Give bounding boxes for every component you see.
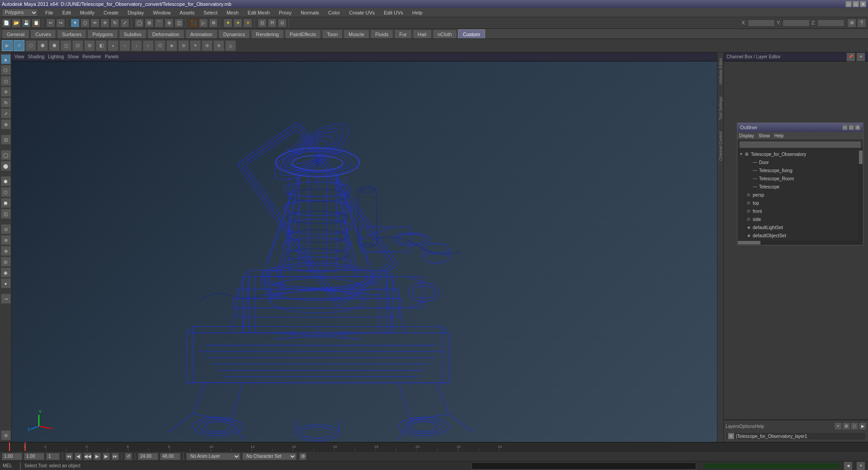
play-back-btn[interactable]: ◀◀: [84, 453, 92, 460]
step-back-btn[interactable]: ◀: [75, 453, 82, 460]
shelf-select2-btn[interactable]: ↺: [14, 40, 24, 51]
light3-btn[interactable]: ☀: [243, 19, 252, 28]
snap-grid-btn[interactable]: ⊞: [145, 19, 154, 28]
tree-item-side[interactable]: ⊙ side: [738, 215, 862, 223]
menu-help[interactable]: Help: [410, 9, 425, 16]
select-tool-left[interactable]: ▲: [1, 54, 11, 64]
universal-left[interactable]: ⊕: [1, 119, 11, 129]
menu-color[interactable]: Color: [326, 9, 342, 16]
light1-btn[interactable]: ☀: [223, 19, 232, 28]
layer-anim-btn[interactable]: ▶: [859, 423, 866, 430]
tree-item-telescope-observatory[interactable]: ▼ ⊞ Telescope_for_Observatory: [738, 150, 862, 158]
move-left[interactable]: ✛: [1, 87, 11, 97]
poly-mode-left[interactable]: ⬢: [1, 176, 11, 186]
select-tool-btn[interactable]: ▼: [71, 19, 80, 28]
outliner-hscrollbar-thumb[interactable]: [738, 241, 760, 244]
step-forward-btn[interactable]: ▶: [103, 453, 110, 460]
viewport-menu-lighting[interactable]: Lighting: [48, 54, 64, 59]
menu-file[interactable]: File: [43, 9, 55, 16]
render-btn[interactable]: ⬛: [189, 19, 198, 28]
tree-item-telescope[interactable]: — Telescope: [738, 183, 862, 191]
soft-left[interactable]: ◯: [1, 150, 11, 160]
paint-select-left[interactable]: ◻: [1, 76, 11, 86]
shelf-poly5-btn[interactable]: ⊡: [72, 40, 83, 51]
menu-create[interactable]: Create: [102, 9, 120, 16]
anim-layer-select[interactable]: No Anim Layer: [186, 453, 241, 460]
quick-sel-left[interactable]: ⊘: [1, 430, 11, 440]
show-manip-left[interactable]: ⊡: [1, 135, 11, 145]
tab-dynamics[interactable]: Dynamics: [218, 29, 250, 38]
layers-menu-layers[interactable]: Layers: [726, 424, 739, 429]
open-scene-btn[interactable]: 📂: [12, 19, 21, 28]
menu-window[interactable]: Window: [151, 9, 172, 16]
soft-select-btn[interactable]: ◯: [135, 19, 144, 28]
maximize-button[interactable]: □: [853, 1, 859, 7]
channel-box-pin-btn[interactable]: 📌: [846, 52, 855, 61]
poly-mode4-left[interactable]: ◫: [1, 209, 11, 219]
camera5-left[interactable]: ◉: [1, 268, 11, 277]
tab-muscle[interactable]: Muscle: [344, 29, 369, 38]
outliner-max-btn[interactable]: □: [849, 125, 854, 130]
shelf-poly9-btn[interactable]: ⬨: [119, 40, 130, 51]
z-input[interactable]: [817, 19, 844, 27]
redo-btn[interactable]: ↪: [56, 19, 65, 28]
shelf-poly3-btn[interactable]: ⬣: [49, 40, 60, 51]
playback-start-field[interactable]: [2, 453, 22, 460]
char-set-select[interactable]: No Character Set: [242, 453, 297, 460]
outliner-scrollbar[interactable]: [859, 150, 863, 245]
camera3-left[interactable]: ⊛: [1, 246, 11, 256]
channel-box-close-btn[interactable]: ✕: [856, 52, 865, 61]
shelf-poly18-btn[interactable]: ◬: [225, 40, 236, 51]
playback-keyframe-field[interactable]: [46, 453, 60, 460]
tree-item-front[interactable]: ⊙ front: [738, 207, 862, 215]
shelf-poly15-btn[interactable]: ✦: [190, 40, 201, 51]
snap-view-btn[interactable]: ◫: [175, 19, 184, 28]
play-forward-btn[interactable]: ▶: [94, 453, 101, 460]
new-scene-btn[interactable]: 📄: [2, 19, 11, 28]
status-close-btn[interactable]: ✕: [856, 461, 865, 470]
snap-point-btn[interactable]: ⊕: [165, 19, 174, 28]
layers-menu-options[interactable]: Options: [739, 424, 755, 429]
tab-deformation[interactable]: Deformation: [147, 29, 184, 38]
render-settings-btn[interactable]: ⚙: [209, 19, 218, 28]
y-input[interactable]: [783, 19, 810, 27]
options-btn[interactable]: ⚙: [847, 19, 856, 28]
playback-end-field2[interactable]: [160, 453, 180, 460]
undo-btn[interactable]: ↩: [46, 19, 55, 28]
save-scene-btn[interactable]: 💾: [22, 19, 31, 28]
tab-custom[interactable]: Custom: [458, 29, 485, 38]
scale-left[interactable]: ⤢: [1, 108, 11, 118]
shelf-poly12-btn[interactable]: ⌬: [155, 40, 165, 51]
scale-tool-btn[interactable]: ⤢: [120, 19, 129, 28]
tree-item-defaultobjectset[interactable]: ◈ defaultObjectSet: [738, 231, 862, 240]
timeline-ruler[interactable]: [5, 442, 520, 451]
shelf-select-btn[interactable]: ▶: [2, 40, 13, 51]
layers-menu-help[interactable]: Help: [755, 424, 764, 429]
menu-assets[interactable]: Assets: [178, 9, 196, 16]
menu-select[interactable]: Select: [202, 9, 219, 16]
menu-normals[interactable]: Normals: [299, 9, 321, 16]
layer-render-btn[interactable]: □: [851, 423, 858, 430]
shelf-poly10-btn[interactable]: ⬩: [131, 40, 142, 51]
loop-btn[interactable]: ↺: [125, 453, 132, 460]
poly-mode3-left[interactable]: ⬣: [1, 198, 11, 208]
camera6-left[interactable]: ●: [1, 278, 11, 288]
tab-fur[interactable]: Fur: [394, 29, 412, 38]
tab-subdivs[interactable]: Subdivs: [119, 29, 146, 38]
playhead[interactable]: [9, 442, 10, 451]
menu-edit[interactable]: Edit: [61, 9, 73, 16]
outliner-menu-show[interactable]: Show: [759, 133, 770, 138]
shelf-poly7-btn[interactable]: ◧: [96, 40, 107, 51]
layer-options-btn[interactable]: ⚙: [843, 423, 850, 430]
paint-tool-btn[interactable]: ✏: [90, 19, 99, 28]
skip-to-start-btn[interactable]: ⏮: [66, 453, 73, 460]
shelf-poly13-btn[interactable]: ◈: [166, 40, 177, 51]
viewport-menu-view[interactable]: View: [14, 54, 24, 59]
playback-prefs-btn[interactable]: ⚙: [299, 453, 307, 460]
snap-curve-btn[interactable]: ⌒: [155, 19, 164, 28]
shelf-poly11-btn[interactable]: ⌂: [143, 40, 154, 51]
tree-item-persp[interactable]: ⊙ persp: [738, 191, 862, 199]
tab-fluids[interactable]: Fluids: [370, 29, 393, 38]
playback-end-field1[interactable]: [138, 453, 158, 460]
timeline-canvas[interactable]: [5, 442, 520, 451]
